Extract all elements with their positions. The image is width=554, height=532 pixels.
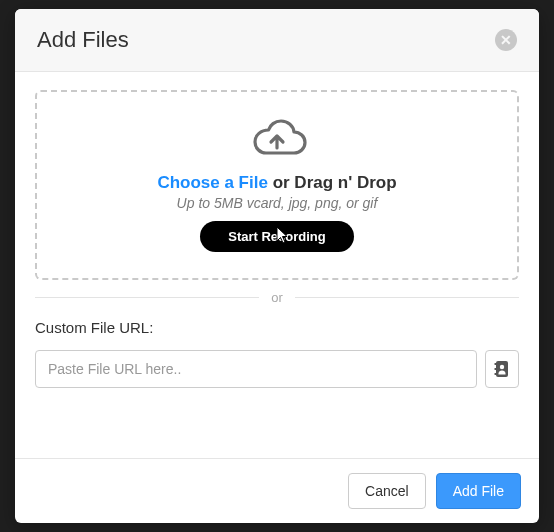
choose-file-link[interactable]: Choose a File bbox=[157, 173, 268, 192]
contact-card-button[interactable] bbox=[485, 350, 519, 388]
svg-rect-4 bbox=[495, 373, 497, 375]
modal-body: Choose a File or Drag n' Drop Up to 5MB … bbox=[15, 72, 539, 458]
svg-point-1 bbox=[500, 365, 504, 369]
close-icon: ✕ bbox=[500, 33, 512, 47]
contact-card-icon bbox=[494, 360, 510, 378]
custom-url-label: Custom File URL: bbox=[35, 319, 519, 336]
close-button[interactable]: ✕ bbox=[495, 29, 517, 51]
drag-drop-text: or Drag n' Drop bbox=[268, 173, 397, 192]
modal-header: Add Files ✕ bbox=[15, 9, 539, 72]
divider-line-right bbox=[295, 297, 519, 298]
modal-title: Add Files bbox=[37, 27, 129, 53]
divider-label: or bbox=[259, 290, 295, 305]
cloud-upload-icon bbox=[246, 119, 308, 167]
divider-line-left bbox=[35, 297, 259, 298]
dropzone-hint: Up to 5MB vcard, jpg, png, or gif bbox=[177, 195, 378, 211]
add-files-modal: Add Files ✕ Choose a File or Drag n' Dro… bbox=[15, 9, 539, 523]
modal-footer: Cancel Add File bbox=[15, 458, 539, 523]
url-input-row bbox=[35, 350, 519, 388]
svg-rect-3 bbox=[495, 368, 497, 370]
or-divider: or bbox=[35, 290, 519, 305]
start-recording-label: Start Recording bbox=[228, 229, 326, 244]
add-file-button[interactable]: Add File bbox=[436, 473, 521, 509]
cancel-button[interactable]: Cancel bbox=[348, 473, 426, 509]
svg-rect-2 bbox=[495, 363, 497, 365]
dropzone-main-text: Choose a File or Drag n' Drop bbox=[157, 173, 396, 193]
file-dropzone[interactable]: Choose a File or Drag n' Drop Up to 5MB … bbox=[35, 90, 519, 280]
file-url-input[interactable] bbox=[35, 350, 477, 388]
start-recording-button[interactable]: Start Recording bbox=[200, 221, 354, 252]
